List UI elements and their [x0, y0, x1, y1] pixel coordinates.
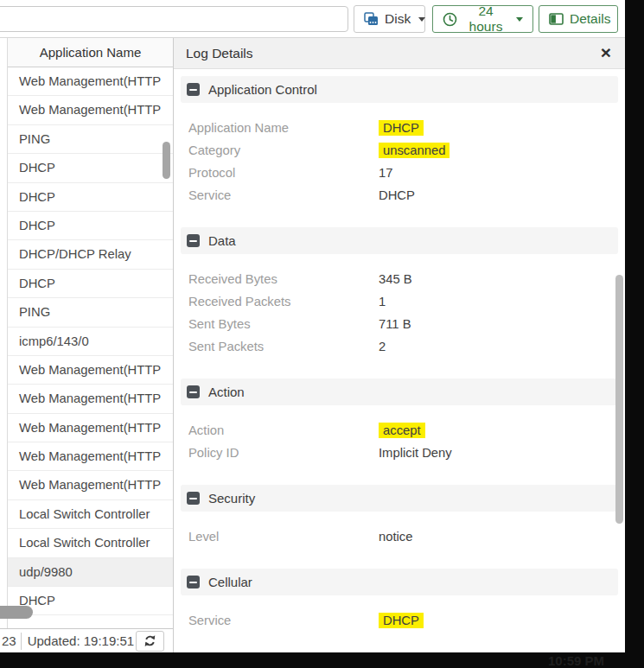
caret-down-icon	[418, 17, 425, 22]
section-header[interactable]: Security	[181, 485, 618, 512]
time-range-label: 24 hours	[463, 3, 508, 35]
field-row: Sent Packets2	[188, 335, 625, 358]
list-item[interactable]: Web Management(HTTP	[8, 442, 173, 471]
collapse-minus-icon	[187, 234, 200, 247]
list-item[interactable]: icmp6/143/0	[8, 328, 173, 356]
field-value-highlighted: DHCP	[379, 613, 424, 628]
caret-down-icon	[516, 17, 523, 22]
list-item[interactable]: Web Management(HTTP	[8, 385, 173, 413]
collapse-minus-icon	[187, 492, 200, 505]
section-header[interactable]: Cellular	[181, 569, 618, 595]
field-row: Application NameDHCP	[188, 117, 625, 139]
list-item[interactable]: udp/9980	[8, 558, 173, 587]
list-item[interactable]: Local Switch Controller	[8, 529, 173, 557]
horizontal-scrollbar-thumb[interactable]	[0, 606, 33, 619]
list-item[interactable]: Web Management(HTTP	[8, 356, 173, 385]
field-value: 17	[379, 166, 392, 180]
field-label: Sent Bytes	[188, 317, 379, 331]
table-columns-icon	[549, 12, 564, 26]
field-label: Sent Packets	[188, 340, 379, 353]
field-value: notice	[379, 530, 413, 544]
field-label: Category	[188, 143, 379, 157]
section-title: Action	[208, 385, 245, 399]
field-row: Policy IDImplicit Deny	[188, 442, 625, 464]
updated-timestamp: Updated: 19:19:51	[28, 633, 134, 648]
list-footer: 23 Updated: 19:19:51	[0, 628, 173, 652]
list-item[interactable]: DHCP/DHCP Relay	[8, 240, 173, 269]
list-item[interactable]: PING	[8, 298, 173, 327]
toolbar: Disk 24 hours	[0, 0, 625, 38]
log-details-header: Log Details ×	[174, 38, 625, 69]
column-header-application-name[interactable]: Application Name	[8, 38, 173, 67]
list-item[interactable]: DHCP	[8, 154, 173, 182]
field-value-highlighted: DHCP	[379, 120, 424, 136]
section-title: Security	[208, 491, 255, 506]
list-item[interactable]: Web Management(HTTP	[8, 471, 173, 499]
field-row: ServiceDHCP	[188, 184, 625, 207]
clock-icon	[443, 12, 457, 27]
section-header[interactable]: Application Control	[181, 76, 618, 103]
details-button-label: Details	[570, 11, 610, 27]
field-value: 1	[379, 295, 386, 309]
app-window: Disk 24 hours	[0, 0, 625, 652]
field-value-highlighted: accept	[379, 423, 425, 438]
field-value-highlighted: unscanned	[379, 143, 450, 158]
field-label: Application Name	[188, 121, 379, 135]
screen: Disk 24 hours	[0, 0, 644, 668]
field-row: Actionaccept	[188, 419, 625, 442]
field-value: 2	[379, 340, 386, 353]
time-range-button[interactable]: 24 hours	[432, 5, 533, 33]
field-row: Levelnotice	[188, 525, 625, 548]
vertical-scrollbar-thumb[interactable]	[163, 142, 170, 179]
section-rows: ActionacceptPolicy IDImplicit Deny	[174, 405, 625, 464]
log-details-panel: Log Details × Application ControlApplica…	[173, 38, 625, 652]
section-title: Data	[208, 233, 236, 248]
list-item[interactable]: DHCP	[8, 270, 173, 298]
panel-title: Log Details	[186, 46, 253, 60]
field-label: Service	[188, 614, 379, 627]
collapse-minus-icon	[187, 83, 200, 96]
field-value: 711 B	[379, 317, 411, 331]
section-rows: Application NameDHCPCategoryunscannedPro…	[174, 103, 625, 207]
field-label: Received Packets	[188, 295, 379, 309]
field-label: Policy ID	[188, 446, 379, 460]
field-row: Received Packets1	[188, 290, 625, 313]
disk-button[interactable]: Disk	[354, 5, 425, 33]
refresh-button[interactable]	[136, 631, 164, 652]
section-title: Application Control	[208, 82, 317, 97]
field-label: Protocol	[188, 166, 379, 180]
field-value: DHCP	[379, 188, 415, 202]
list-item[interactable]: DHCP	[8, 183, 173, 212]
log-scrollbar-thumb[interactable]	[615, 275, 623, 524]
section-rows: Received Bytes345 BReceived Packets1Sent…	[174, 254, 625, 358]
field-row: Categoryunscanned	[188, 139, 625, 162]
list-item[interactable]: Local Switch Controller	[8, 500, 173, 529]
field-label: Level	[188, 530, 379, 544]
section-rows: Levelnotice	[174, 512, 625, 548]
application-list: Web Management(HTTPWeb Management(HTTPPI…	[8, 67, 173, 615]
details-button[interactable]: Details	[539, 5, 618, 33]
application-list-panel: Application Name Web Management(HTTPWeb …	[8, 38, 173, 628]
list-item[interactable]: DHCP	[8, 212, 173, 240]
taskbar-clock: 10:59 PM	[548, 653, 604, 668]
list-item[interactable]: Web Management(HTTP	[8, 67, 173, 96]
truncated-column	[0, 38, 8, 628]
footer-divider	[21, 633, 22, 650]
section-header[interactable]: Action	[181, 379, 618, 405]
field-row: Protocol17	[188, 162, 625, 184]
list-item[interactable]: PING	[8, 125, 173, 154]
section-header[interactable]: Data	[181, 227, 618, 254]
list-item[interactable]: Web Management(HTTP	[8, 414, 173, 442]
close-icon[interactable]: ×	[601, 38, 611, 67]
log-sections: Application ControlApplication NameDHCPC…	[174, 76, 625, 632]
field-row: Sent Bytes711 B	[188, 313, 625, 335]
section-rows: ServiceDHCP	[174, 595, 625, 632]
search-input[interactable]	[0, 6, 348, 32]
field-value: Implicit Deny	[379, 446, 452, 460]
list-item[interactable]: Web Management(HTTP	[8, 96, 173, 124]
field-label: Action	[188, 423, 379, 437]
disk-button-label: Disk	[385, 11, 411, 27]
collapse-minus-icon	[187, 385, 200, 398]
field-row: Received Bytes345 B	[188, 268, 625, 290]
disk-icon	[364, 12, 379, 26]
